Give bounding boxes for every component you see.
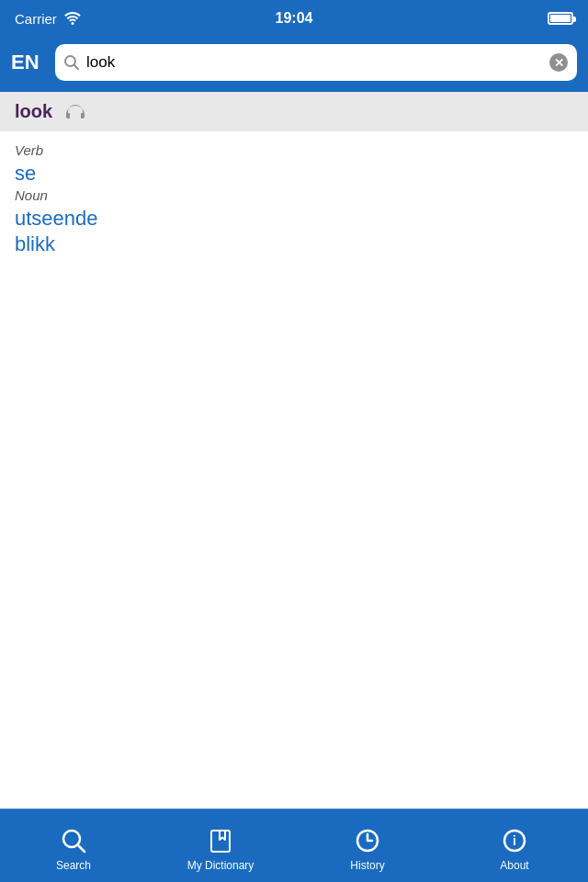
clear-search-button[interactable]: ✕ <box>549 53 568 72</box>
search-bar: ✕ <box>55 44 577 81</box>
tab-about[interactable]: i About <box>441 809 588 882</box>
tab-search-label: Search <box>56 859 91 872</box>
battery-icon <box>548 12 573 25</box>
pos-noun-label: Noun <box>15 187 573 203</box>
tab-bar: Search My Dictionary History i <box>0 808 588 882</box>
pos-group-verb: Verb se <box>15 142 573 186</box>
translation-blikk[interactable]: blikk <box>15 232 573 256</box>
word-header: look <box>0 92 588 131</box>
tab-history[interactable]: History <box>294 809 441 882</box>
tab-my-dictionary-label: My Dictionary <box>187 859 254 872</box>
about-tab-icon: i <box>500 826 529 855</box>
tab-about-label: About <box>500 859 528 872</box>
translation-utseende[interactable]: utseende <box>15 207 573 231</box>
tab-search[interactable]: Search <box>0 809 147 882</box>
header: EN ✕ <box>0 37 588 92</box>
wifi-icon <box>64 12 81 25</box>
translation-se[interactable]: se <box>15 162 573 186</box>
status-bar: Carrier 19:04 <box>0 0 588 37</box>
svg-line-1 <box>74 65 79 70</box>
status-bar-time: 19:04 <box>276 10 313 27</box>
pos-group-noun: Noun utseende blikk <box>15 187 573 256</box>
svg-line-3 <box>78 845 85 852</box>
entries-container: Verb se Noun utseende blikk <box>0 131 588 269</box>
my-dictionary-tab-icon <box>206 826 235 855</box>
pos-verb-label: Verb <box>15 142 573 158</box>
tab-history-label: History <box>350 859 384 872</box>
word-title: look <box>15 101 52 122</box>
history-tab-icon <box>353 826 382 855</box>
search-icon <box>64 55 79 70</box>
carrier-label: Carrier <box>15 11 57 27</box>
svg-text:i: i <box>513 833 516 848</box>
content-area: look Verb se Noun utseende blikk <box>0 92 588 808</box>
search-tab-icon <box>59 826 88 855</box>
search-input[interactable] <box>86 53 542 72</box>
status-bar-right <box>548 12 573 25</box>
tab-my-dictionary[interactable]: My Dictionary <box>147 809 294 882</box>
language-label: EN <box>11 51 44 74</box>
status-bar-left: Carrier <box>15 11 81 27</box>
audio-button[interactable] <box>63 104 87 120</box>
